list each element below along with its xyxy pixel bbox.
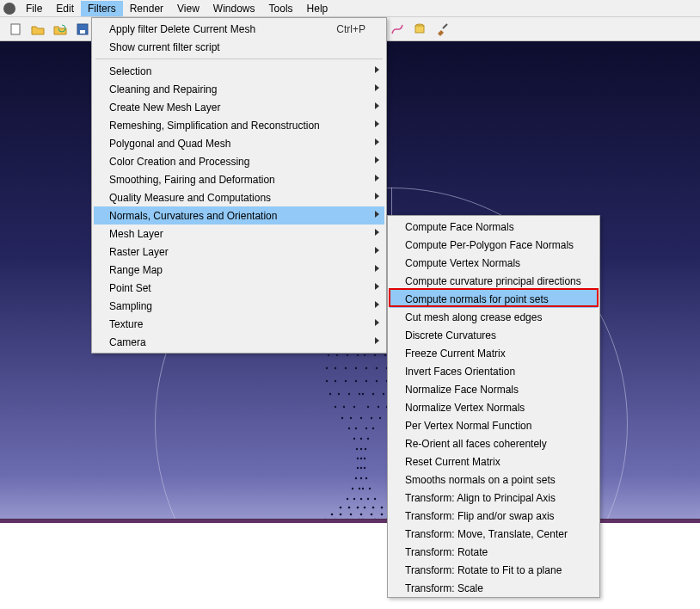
brush-icon[interactable]	[432, 19, 452, 40]
menu-item-label: Point Set	[109, 282, 151, 294]
svg-point-149	[360, 514, 363, 516]
svg-point-118	[360, 448, 362, 450]
svg-point-146	[381, 514, 384, 516]
submenu-arrow-icon	[375, 265, 379, 272]
svg-point-104	[341, 417, 343, 419]
submenu-item[interactable]: Transform: Scale	[390, 579, 598, 597]
menu-item[interactable]: Raster Layer	[94, 243, 384, 261]
submenu-arrow-icon	[375, 120, 379, 127]
menu-item[interactable]: Selection	[94, 62, 384, 80]
submenu-item[interactable]: Transform: Move, Translate, Center	[390, 525, 598, 543]
svg-point-131	[362, 488, 364, 489]
svg-point-96	[359, 393, 360, 395]
svg-point-126	[365, 477, 367, 479]
menu-item-label: Show current filter script	[109, 41, 220, 53]
svg-point-68	[336, 354, 338, 356]
menu-item[interactable]: Cleaning and Repairing	[94, 80, 384, 98]
svg-point-106	[350, 417, 352, 419]
svg-rect-29	[415, 26, 424, 33]
submenu-arrow-icon	[375, 175, 379, 181]
menu-item[interactable]: Camera	[94, 333, 384, 351]
svg-point-105	[379, 417, 381, 419]
menu-item[interactable]: Texture	[94, 315, 384, 333]
menu-render[interactable]: Render	[123, 1, 170, 16]
svg-point-76	[335, 367, 336, 369]
submenu-item[interactable]: Compute curvature principal directions	[390, 272, 598, 290]
menu-item-label: Texture	[109, 318, 143, 330]
reload-icon[interactable]	[50, 19, 71, 40]
svg-point-97	[362, 393, 364, 395]
menu-tools[interactable]: Tools	[262, 1, 300, 16]
submenu-item[interactable]: Transform: Rotate to Fit to a plane	[390, 561, 598, 579]
submenu-item-label: Transform: Rotate to Fit to a plane	[405, 564, 562, 576]
submenu-item[interactable]: Normalize Face Normals	[390, 380, 598, 398]
submenu-item[interactable]: Normalize Vertex Normals	[390, 398, 598, 416]
menu-item-label: Polygonal and Quad Mesh	[109, 138, 230, 150]
submenu-item[interactable]: Freeze Current Matrix	[390, 344, 598, 362]
new-file-icon[interactable]	[5, 19, 26, 40]
svg-point-71	[374, 354, 376, 356]
menu-edit[interactable]: Edit	[49, 1, 81, 16]
menu-item[interactable]: Point Set	[94, 279, 384, 297]
menu-item[interactable]: Color Creation and Processing	[94, 152, 384, 170]
svg-point-115	[360, 438, 362, 440]
submenu-arrow-icon	[375, 229, 379, 236]
svg-point-128	[352, 488, 353, 489]
svg-point-121	[360, 458, 362, 459]
app-icon	[3, 3, 15, 15]
svg-point-112	[365, 428, 367, 429]
menu-item[interactable]: Mesh Layer	[94, 225, 384, 243]
submenu-item[interactable]: Transform: Rotate	[390, 543, 598, 561]
menu-view[interactable]: View	[170, 1, 206, 16]
submenu-item[interactable]: Smooths normals on a point sets	[390, 471, 598, 489]
submenu-item[interactable]: Compute normals for point sets	[390, 290, 598, 308]
svg-point-108	[360, 417, 362, 419]
submenu-item[interactable]: Transform: Flip and/or swap axis	[390, 507, 598, 525]
save-icon[interactable]	[72, 19, 93, 40]
submenu-item[interactable]: Discrete Curvatures	[390, 326, 598, 344]
svg-point-133	[374, 498, 376, 500]
submenu-item[interactable]: Reset Current Matrix	[390, 452, 598, 471]
menu-item-label: Range Map	[109, 264, 163, 276]
menu-filters[interactable]: Filters	[81, 1, 123, 16]
menu-item[interactable]: Show current filter script	[94, 38, 384, 56]
menu-item[interactable]: Normals, Curvatures and Orientation	[94, 206, 384, 225]
svg-point-109	[348, 428, 350, 429]
menu-item[interactable]: Quality Measure and Computations	[94, 188, 384, 206]
submenu-item[interactable]: Compute Vertex Normals	[390, 254, 598, 272]
menu-item[interactable]: Sampling	[94, 297, 384, 315]
menu-item[interactable]: Apply filter Delete Current MeshCtrl+P	[94, 20, 384, 38]
menu-windows[interactable]: Windows	[206, 1, 262, 16]
menu-item[interactable]: Polygonal and Quad Mesh	[94, 134, 384, 152]
menu-help[interactable]: Help	[300, 1, 335, 16]
submenu-arrow-icon	[375, 193, 379, 200]
svg-point-107	[371, 417, 372, 419]
submenu-arrow-icon	[375, 211, 379, 218]
submenu-item[interactable]: Per Vertex Normal Function	[390, 416, 598, 434]
svg-point-134	[353, 498, 355, 500]
menu-item[interactable]: Remeshing, Simplification and Reconstruc…	[94, 116, 384, 134]
svg-point-124	[360, 467, 362, 469]
submenu-item[interactable]: Invert Faces Orientation	[390, 362, 598, 380]
tube-icon[interactable]	[409, 19, 430, 40]
curve-icon[interactable]	[387, 19, 408, 40]
menu-item[interactable]: Range Map	[94, 261, 384, 279]
submenu-item[interactable]: Compute Face Normals	[390, 218, 598, 236]
menu-item[interactable]: Smoothing, Fairing and Deformation	[94, 170, 384, 188]
submenu-item[interactable]: Cut mesh along crease edges	[390, 308, 598, 326]
submenu-arrow-icon	[375, 247, 379, 254]
submenu-item[interactable]: Transform: Align to Principal Axis	[390, 489, 598, 507]
open-folder-icon[interactable]	[28, 19, 48, 40]
svg-point-125	[355, 477, 357, 479]
menu-item-label: Create New Mesh Layer	[109, 102, 220, 114]
svg-point-122	[357, 467, 359, 469]
svg-point-98	[335, 406, 336, 408]
submenu-item-label: Transform: Move, Translate, Center	[405, 528, 568, 540]
menu-file[interactable]: File	[19, 1, 49, 16]
menu-item[interactable]: Create New Mesh Layer	[94, 98, 384, 116]
submenu-item[interactable]: Compute Per-Polygon Face Normals	[390, 236, 598, 254]
svg-point-114	[367, 438, 369, 440]
svg-point-80	[355, 367, 357, 369]
svg-point-88	[355, 380, 357, 382]
submenu-item[interactable]: Re-Orient all faces coherentely	[390, 434, 598, 452]
